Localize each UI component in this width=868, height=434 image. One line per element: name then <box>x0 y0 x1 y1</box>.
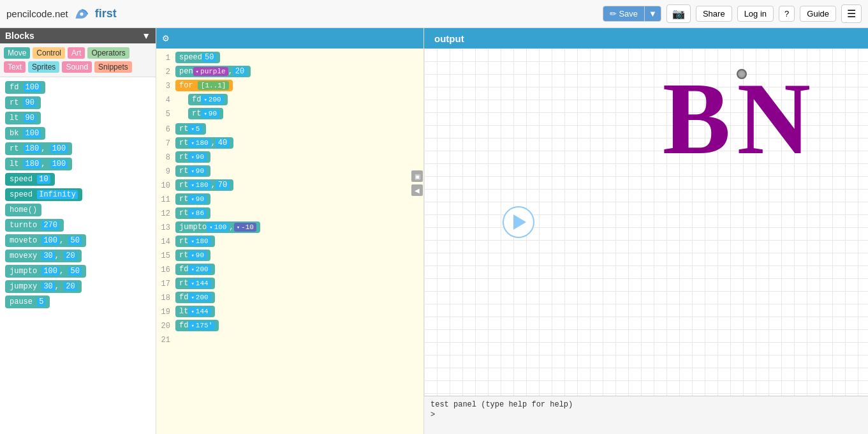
code-block-for[interactable]: for [1..1] <box>175 80 233 91</box>
console-area[interactable]: test panel (type help for help) > <box>424 396 868 434</box>
code-line-16: 16 fd ▾200 <box>156 263 423 277</box>
save-group: ✏ Save ▼ <box>603 6 661 22</box>
cat-sound[interactable]: Sound <box>62 61 92 73</box>
code-block-rt90-l11[interactable]: rt ▾90 <box>175 193 210 205</box>
block-jumpxy[interactable]: jumpxy 30, 20 <box>5 280 82 293</box>
block-speed10[interactable]: speed 10 <box>5 173 55 186</box>
main-layout: Blocks ▼ Move Control Art Operators Text… <box>0 28 868 434</box>
line-num-1: 1 <box>156 52 175 63</box>
block-lt90[interactable]: lt 90 <box>5 112 41 124</box>
code-block-rt90-l9[interactable]: rt ▾90 <box>175 165 210 177</box>
play-button[interactable] <box>503 206 534 238</box>
code-block-jumpto[interactable]: jumpto ▾100, ▾-10 <box>175 221 260 233</box>
output-header: output <box>424 28 868 49</box>
save-button[interactable]: ✏ Save <box>603 6 645 21</box>
blocks-list: fd 100 rt 90 lt 90 bk 100 rt 180, 100 lt… <box>0 77 156 434</box>
block-movexy[interactable]: movexy 30, 20 <box>5 250 82 262</box>
cat-move[interactable]: Move <box>4 47 30 59</box>
block-moveto[interactable]: moveto 100, 50 <box>5 234 86 247</box>
code-block-pen[interactable]: pen ▾purple, 20 <box>175 66 251 77</box>
code-line-17: 17 rt ▾144 <box>156 277 423 291</box>
save-dropdown-button[interactable]: ▼ <box>645 6 661 21</box>
block-pause[interactable]: pause 5 <box>5 296 50 308</box>
filename[interactable]: first <box>95 7 117 20</box>
line-num-11: 11 <box>156 193 175 204</box>
block-turnto[interactable]: turnto 270 <box>5 219 64 232</box>
cat-sprites[interactable]: Sprites <box>28 61 59 73</box>
code-line-21: 21 <box>156 333 423 347</box>
cat-operators[interactable]: Operators <box>87 47 129 59</box>
guide-button[interactable]: Guide <box>800 6 836 22</box>
line-num-9: 9 <box>156 165 175 176</box>
line-num-4: 4 <box>156 94 175 105</box>
code-line-19: 19 lt ▾144 <box>156 305 423 319</box>
block-bk100[interactable]: bk 100 <box>5 127 45 140</box>
code-block-rt90-l8[interactable]: rt ▾90 <box>175 151 210 163</box>
share-button[interactable]: Share <box>696 6 732 22</box>
collapse-controls: ▣ ◀ <box>411 170 423 197</box>
output-title: output <box>434 33 464 44</box>
line-num-12: 12 <box>156 207 175 218</box>
code-line-10: 10 rt ▾180, 70 <box>156 179 423 193</box>
line-num-15: 15 <box>156 250 175 260</box>
login-button[interactable]: Log in <box>737 6 774 22</box>
cat-snippets[interactable]: Snippets <box>94 61 132 73</box>
code-block-fd175[interactable]: fd ▾175' <box>175 320 219 331</box>
code-block-rt180-l14[interactable]: rt ▾180 <box>175 236 215 247</box>
code-block-lt144[interactable]: lt ▾144 <box>175 306 215 317</box>
code-line-5: 5 rt ▾90 <box>156 107 423 123</box>
help-button[interactable]: ? <box>779 6 795 22</box>
code-block-fd200-l16[interactable]: fd ▾200 <box>175 264 215 275</box>
code-block-rt180-40[interactable]: rt ▾180, 40 <box>175 137 233 149</box>
code-block-rt180-70[interactable]: rt ▾180, 70 <box>175 179 233 191</box>
line-num-2: 2 <box>156 66 175 77</box>
line-num-21: 21 <box>156 334 175 345</box>
block-lt180-100[interactable]: lt 180, 100 <box>5 158 72 170</box>
code-line-3: 3 for [1..1] <box>156 79 423 93</box>
cat-control[interactable]: Control <box>33 47 65 59</box>
code-area[interactable]: 1 speed 50 2 pen ▾purple, 20 3 for [1..1… <box>156 49 423 434</box>
code-block-speed50[interactable]: speed 50 <box>175 52 220 63</box>
output-area[interactable]: BN <box>424 49 868 396</box>
layout-button[interactable]: ☰ <box>841 4 862 23</box>
collapse-left-button[interactable]: ◀ <box>411 184 423 196</box>
cat-art[interactable]: Art <box>68 47 85 59</box>
console-prompt: > <box>430 410 862 419</box>
blocks-title: Blocks <box>5 31 34 41</box>
code-block-fd200-l18[interactable]: fd ▾200 <box>175 292 215 303</box>
console-text: test panel (type help for help) <box>430 400 862 409</box>
categories-panel: Move Control Art Operators Text Sprites … <box>0 43 156 77</box>
code-block-rt5[interactable]: rt ▾5 <box>175 123 206 135</box>
line-num-10: 10 <box>156 179 175 190</box>
block-speed-infinity[interactable]: speed Infinity <box>5 188 82 201</box>
cat-text[interactable]: Text <box>4 61 26 73</box>
line-num-7: 7 <box>156 137 175 148</box>
code-line-11: 11 rt ▾90 <box>156 193 423 207</box>
block-rt90[interactable]: rt 90 <box>5 96 41 109</box>
code-line-18: 18 fd ▾200 <box>156 291 423 305</box>
block-rt180-100[interactable]: rt 180, 100 <box>5 142 72 155</box>
code-line-12: 12 rt ▾86 <box>156 207 423 221</box>
gear-icon[interactable]: ⚙ <box>163 32 169 45</box>
code-line-8: 8 rt ▾90 <box>156 151 423 165</box>
block-fd100[interactable]: fd 100 <box>5 81 45 94</box>
code-block-rt90-l15[interactable]: rt ▾90 <box>175 250 210 261</box>
code-line-1: 1 speed 50 <box>156 51 423 65</box>
camera-button[interactable]: 📷 <box>666 4 691 23</box>
block-jumpto[interactable]: jumpto 100, 50 <box>5 265 86 278</box>
code-block-rt144[interactable]: rt ▾144 <box>175 278 215 289</box>
topbar: pencilcode.net first ✏ Save ▼ 📷 Share Lo… <box>0 0 868 28</box>
play-triangle-icon <box>513 214 526 230</box>
left-panel: Blocks ▼ Move Control Art Operators Text… <box>0 28 156 434</box>
code-line-2: 2 pen ▾purple, 20 <box>156 65 423 79</box>
block-home[interactable]: home() <box>5 204 41 216</box>
collapse-up-button[interactable]: ▣ <box>411 170 423 182</box>
code-panel: ⚙ 1 speed 50 2 pen ▾purple, 20 3 <box>156 28 424 434</box>
line-num-3: 3 <box>156 80 175 91</box>
right-panel: output BN test panel (type help for help… <box>424 28 868 434</box>
blocks-dropdown-icon[interactable]: ▼ <box>142 31 151 41</box>
line-num-13: 13 <box>156 221 175 232</box>
code-block-rt90-l5[interactable]: rt ▾90 <box>188 108 223 119</box>
code-block-fd200[interactable]: fd ▾200 <box>188 94 228 105</box>
code-block-rt86[interactable]: rt ▾86 <box>175 207 210 219</box>
